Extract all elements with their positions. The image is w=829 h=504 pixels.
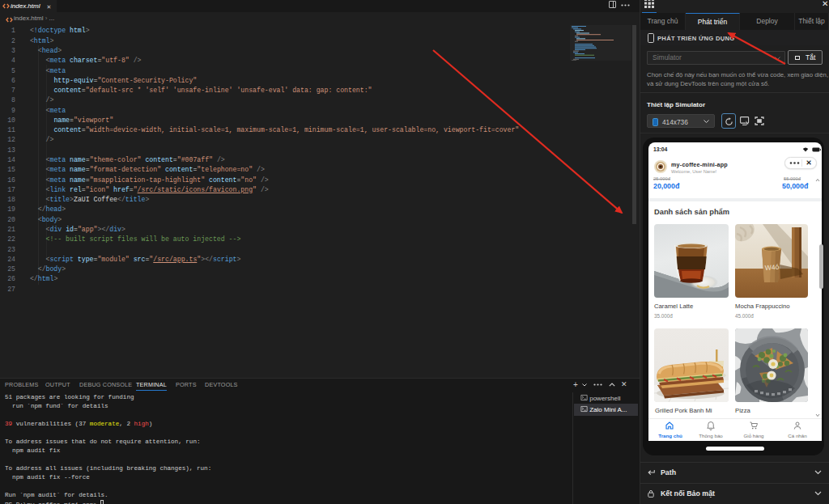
- svg-text:W4ó: W4ó: [764, 263, 779, 272]
